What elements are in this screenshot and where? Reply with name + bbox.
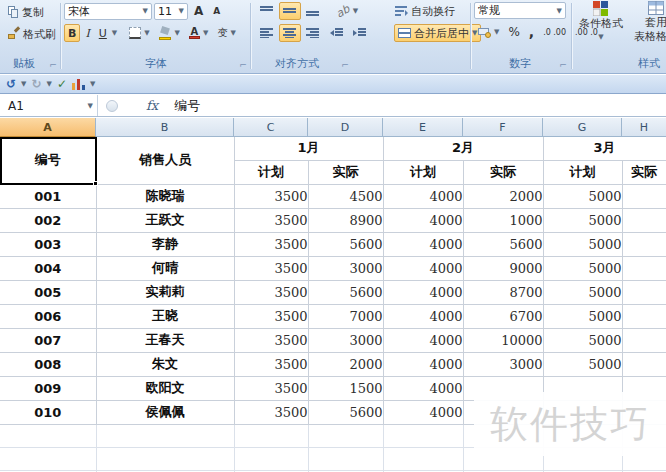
insert-function-button[interactable]: fx xyxy=(146,98,158,113)
cell[interactable] xyxy=(622,256,666,280)
cell-e2[interactable]: 计划 xyxy=(383,160,463,184)
cell[interactable]: 5000 xyxy=(543,328,622,352)
cell[interactable] xyxy=(622,280,666,304)
align-right-button[interactable] xyxy=(302,24,324,42)
cell[interactable]: 4000 xyxy=(383,400,463,424)
increase-indent-button[interactable] xyxy=(349,24,371,42)
align-center-button[interactable] xyxy=(279,24,301,42)
redo-button[interactable]: ↻ xyxy=(31,77,41,91)
cell-b1[interactable]: 销售人员 xyxy=(96,137,234,184)
cell[interactable]: 4500 xyxy=(308,184,383,208)
cell-d2[interactable]: 实际 xyxy=(308,160,383,184)
font-color-button[interactable]: A▼ xyxy=(185,24,212,42)
cell[interactable]: 3500 xyxy=(234,376,308,400)
phonetic-guide-button[interactable]: 变▼ xyxy=(213,24,239,42)
copy-button[interactable]: 复制 xyxy=(4,3,60,21)
shrink-font-button[interactable]: A xyxy=(209,2,224,20)
underline-dropdown-icon[interactable]: ▼ xyxy=(112,29,117,37)
italic-button[interactable]: I xyxy=(81,24,93,42)
cell-name[interactable]: 王跃文 xyxy=(96,208,234,232)
cell-id[interactable]: 002 xyxy=(0,208,96,232)
cell-name[interactable]: 侯佩佩 xyxy=(96,400,234,424)
format-as-table-button[interactable]: 套用 表格格式 xyxy=(630,1,666,43)
cell[interactable] xyxy=(96,424,234,447)
cell-month2[interactable]: 2月 xyxy=(383,137,543,160)
cell[interactable]: 3500 xyxy=(234,256,308,280)
cell[interactable]: 5600 xyxy=(308,400,383,424)
grow-font-button[interactable]: A xyxy=(190,2,207,20)
cell-id[interactable]: 005 xyxy=(0,280,96,304)
cell[interactable]: 3000 xyxy=(308,256,383,280)
cell-name[interactable]: 欧阳文 xyxy=(96,376,234,400)
alignment-dialog-launcher[interactable]: ⌐ xyxy=(340,60,350,70)
cell[interactable] xyxy=(308,424,383,447)
redo-dropdown-icon[interactable]: ▼ xyxy=(47,80,52,88)
chart-button[interactable] xyxy=(72,78,85,90)
name-box[interactable]: A1 ▼ xyxy=(0,95,98,116)
cell[interactable]: 5600 xyxy=(308,280,383,304)
cell[interactable] xyxy=(622,328,666,352)
spelling-button[interactable]: ✓ xyxy=(57,77,67,91)
cell[interactable]: 1000 xyxy=(463,208,543,232)
align-top-button[interactable] xyxy=(256,2,278,20)
font-dialog-launcher[interactable]: ⌐ xyxy=(238,60,248,70)
cell-id[interactable]: 003 xyxy=(0,232,96,256)
cell[interactable]: 3500 xyxy=(234,280,308,304)
cell[interactable]: 3500 xyxy=(234,352,308,376)
wrap-text-button[interactable]: 自动换行 xyxy=(391,2,459,20)
comma-style-button[interactable]: , xyxy=(525,23,538,41)
borders-button[interactable]: ▼ xyxy=(125,24,153,42)
cell[interactable]: 3500 xyxy=(234,232,308,256)
cell[interactable]: 3000 xyxy=(463,352,543,376)
cell-g2[interactable]: 计划 xyxy=(543,160,622,184)
undo-dropdown-icon[interactable]: ▼ xyxy=(21,80,26,88)
cell[interactable]: 1500 xyxy=(308,376,383,400)
column-header-c[interactable]: C xyxy=(234,118,308,137)
cell[interactable]: 4000 xyxy=(383,256,463,280)
cell[interactable]: 5000 xyxy=(543,304,622,328)
cell[interactable]: 2000 xyxy=(463,184,543,208)
cell[interactable]: 5000 xyxy=(543,184,622,208)
cell[interactable] xyxy=(622,304,666,328)
cell[interactable]: 10000 xyxy=(463,328,543,352)
cell[interactable] xyxy=(383,447,463,470)
cell-f2[interactable]: 实际 xyxy=(463,160,543,184)
column-header-a[interactable]: A xyxy=(0,118,96,137)
cell[interactable]: 5000 xyxy=(543,280,622,304)
cell-id[interactable]: 006 xyxy=(0,304,96,328)
cell-id[interactable]: 004 xyxy=(0,256,96,280)
orientation-button[interactable]: ab ▼ xyxy=(332,2,362,20)
decrease-indent-button[interactable] xyxy=(326,24,348,42)
merge-center-button[interactable]: 合并后居中 ▼ xyxy=(394,24,481,42)
cell-name[interactable]: 王春天 xyxy=(96,328,234,352)
underline-button[interactable]: U xyxy=(95,24,111,42)
cell[interactable]: 4000 xyxy=(383,232,463,256)
cell-h2[interactable]: 实际 xyxy=(622,160,666,184)
cell[interactable]: 4000 xyxy=(383,184,463,208)
cell[interactable]: 4000 xyxy=(383,352,463,376)
cell-name[interactable]: 李静 xyxy=(96,232,234,256)
formula-input[interactable]: 编号 xyxy=(174,97,200,115)
qat-overflow-icon[interactable]: ▼ xyxy=(90,80,95,88)
column-header-f[interactable]: F xyxy=(463,118,543,137)
cell[interactable] xyxy=(234,424,308,447)
cell-name[interactable]: 何晴 xyxy=(96,256,234,280)
cell[interactable]: 5600 xyxy=(463,232,543,256)
cell-id[interactable]: 010 xyxy=(0,400,96,424)
cell[interactable]: 3500 xyxy=(234,304,308,328)
cell[interactable]: 3500 xyxy=(234,400,308,424)
cell-id[interactable]: 008 xyxy=(0,352,96,376)
column-header-e[interactable]: E xyxy=(383,118,463,137)
cell[interactable]: 8900 xyxy=(308,208,383,232)
cell[interactable]: 3500 xyxy=(234,208,308,232)
cell[interactable] xyxy=(622,232,666,256)
column-header-h[interactable]: H xyxy=(622,118,666,137)
formula-bar-collapse-icon[interactable] xyxy=(106,100,118,112)
cell[interactable]: 5000 xyxy=(543,232,622,256)
cell[interactable]: 4000 xyxy=(383,208,463,232)
font-name-select[interactable]: 宋体 ▼ xyxy=(64,3,152,20)
bold-button[interactable]: B xyxy=(64,24,80,42)
cell[interactable]: 3500 xyxy=(234,328,308,352)
increase-decimal-button[interactable]: .0 .00 xyxy=(539,23,570,41)
fill-color-button[interactable]: ▼ xyxy=(155,24,184,42)
